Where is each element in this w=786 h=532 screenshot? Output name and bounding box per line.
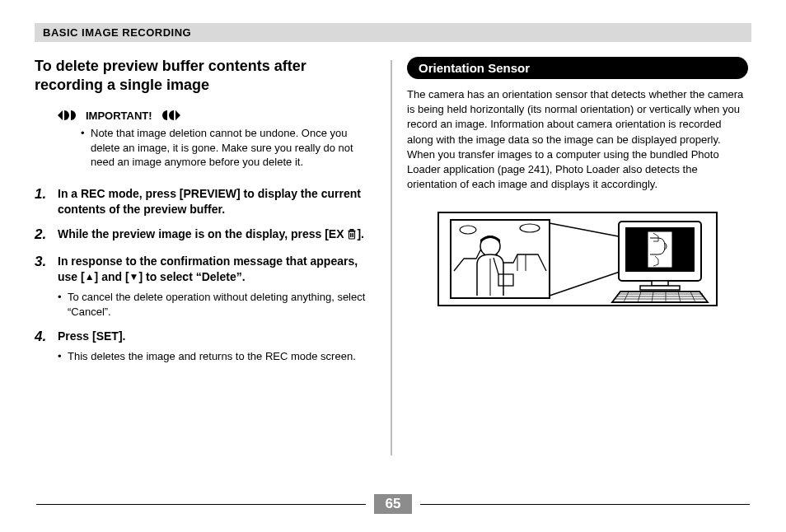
step-text: In response to the confirmation message … — [58, 254, 376, 285]
svg-line-18 — [550, 269, 627, 296]
step-text-pre: While the preview image is on the displa… — [58, 227, 347, 240]
step-sub-list: • To cancel the delete operation without… — [58, 290, 376, 319]
step-1: 1. In a REC mode, press [PREVIEW] to dis… — [35, 186, 376, 217]
up-triangle-icon: ▲ — [85, 270, 95, 283]
step-number: 1. — [35, 186, 58, 217]
list-item: • To cancel the delete operation without… — [58, 290, 376, 319]
page-footer: 65 — [0, 494, 786, 514]
trash-icon — [347, 228, 357, 244]
footer-rule-right — [420, 504, 750, 505]
step-number: 3. — [35, 254, 58, 319]
section-header-text: BASIC IMAGE RECORDING — [43, 26, 191, 39]
bullet-text: Note that image deletion cannot be undon… — [91, 126, 376, 170]
orientation-illustration — [437, 212, 718, 306]
important-heading: IMPORTANT! — [58, 109, 376, 123]
section-pill: Orientation Sensor — [407, 57, 748, 79]
svg-marker-1 — [175, 110, 180, 120]
important-bullet-list: • Note that image deletion cannot be und… — [81, 126, 376, 170]
svg-marker-0 — [58, 110, 63, 120]
svg-rect-7 — [350, 230, 353, 231]
step-number: 2. — [35, 226, 58, 244]
bullet-text: This deletes the image and returns to th… — [68, 349, 356, 364]
illustration-wrap — [407, 212, 748, 306]
step-number: 4. — [35, 329, 58, 363]
bullet-text: To cancel the delete operation without d… — [68, 290, 376, 319]
list-item: • Note that image deletion cannot be und… — [81, 126, 376, 170]
svg-rect-24 — [640, 286, 680, 290]
manual-page: BASIC IMAGE RECORDING To delete preview … — [0, 0, 786, 532]
left-title: To delete preview buffer contents after … — [35, 57, 376, 94]
bullet-dot-icon: • — [58, 349, 68, 364]
bullet-dot-icon: • — [81, 126, 91, 170]
right-body-text: The camera has an orientation sensor tha… — [407, 87, 748, 192]
step-4: 4. Press [SET]. • This deletes the image… — [35, 329, 376, 363]
section-header: BASIC IMAGE RECORDING — [35, 23, 751, 42]
step-text-post: ]. — [357, 227, 364, 240]
important-label: IMPORTANT! — [86, 110, 152, 122]
list-item: • This deletes the image and returns to … — [58, 349, 376, 364]
section-pill-text: Orientation Sensor — [419, 61, 530, 75]
right-column: Orientation Sensor The camera has an ori… — [392, 57, 748, 464]
important-deco-right-icon — [157, 109, 180, 123]
step-3: 3. In response to the confirmation messa… — [35, 254, 376, 319]
svg-line-17 — [550, 223, 627, 238]
two-column-layout: To delete preview buffer contents after … — [35, 57, 751, 464]
step-text: In a REC mode, press [PREVIEW] to displa… — [58, 186, 376, 217]
step-text: Press [SET]. — [58, 329, 376, 344]
svg-point-10 — [520, 224, 540, 232]
step-2: 2. While the preview image is on the dis… — [35, 226, 376, 244]
left-column: To delete preview buffer contents after … — [35, 57, 391, 464]
down-triangle-icon: ▼ — [129, 270, 139, 283]
page-number: 65 — [374, 494, 413, 514]
bullet-dot-icon: • — [58, 290, 68, 319]
svg-rect-23 — [652, 281, 668, 286]
step-text-post: ] to select “Delete”. — [138, 270, 245, 283]
svg-point-9 — [460, 226, 476, 234]
step-sub-list: • This deletes the image and returns to … — [58, 349, 376, 364]
footer-rule-left — [36, 504, 366, 505]
step-text: While the preview image is on the displa… — [58, 226, 376, 244]
steps-list: 1. In a REC mode, press [PREVIEW] to dis… — [35, 186, 376, 364]
important-deco-left-icon — [58, 109, 81, 123]
step-text-mid: ] and [ — [95, 270, 129, 283]
